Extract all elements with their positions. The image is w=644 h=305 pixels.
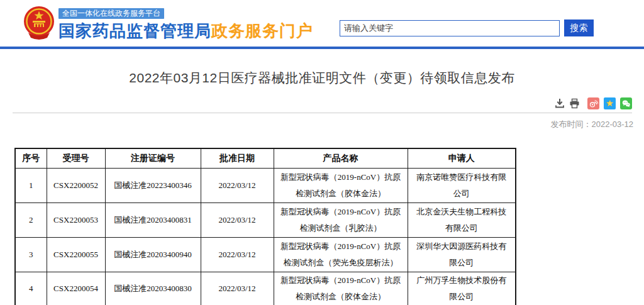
- publish-time: 发布时间：2022-03-12: [0, 119, 633, 130]
- cell-acceptance-no: CSX2200054: [47, 272, 105, 305]
- cell-approval-date: 2022/03/12: [201, 202, 274, 237]
- cell-approval-date: 2022/03/12: [201, 237, 274, 272]
- share-toolbar: ★: [13, 97, 632, 109]
- page-title: 2022年03月12日医疗器械批准证明文件（变更）待领取信息发布: [0, 69, 644, 87]
- brand-block: 全国一体化在线政务服务平台 国家药品监督管理局政务服务门户: [58, 7, 313, 41]
- cell-approval-date: 2022/03/12: [201, 168, 274, 202]
- col-header-acceptance-no: 受理号: [47, 148, 105, 168]
- search-input[interactable]: [340, 20, 560, 36]
- download-icon[interactable]: [554, 98, 565, 109]
- col-header-index: 序号: [15, 148, 47, 168]
- cell-acceptance-no: CSX2200053: [47, 202, 105, 237]
- platform-badge: 全国一体化在线政务服务平台: [58, 8, 164, 19]
- national-emblem-logo: [22, 5, 56, 43]
- wechat-share-icon[interactable]: [620, 97, 632, 109]
- star-icon: ★: [606, 99, 614, 108]
- cell-index: 4: [15, 272, 47, 305]
- table-header-row: 序号 受理号 注册证编号 批准日期 产品名称 申请人: [15, 148, 516, 168]
- search-area: 搜索: [340, 19, 594, 36]
- site-title: 国家药品监督管理局政务服务门户: [58, 21, 313, 41]
- col-header-applicant: 申请人: [408, 148, 516, 168]
- cell-product-name: 新型冠状病毒（2019-nCoV）抗原检测试剂盒（胶体金法）: [274, 272, 408, 305]
- publish-time-label: 发布时间：: [551, 119, 592, 129]
- cell-index: 2: [15, 202, 47, 237]
- table-row: 3 CSX2200055 国械注准20203400940 2022/03/12 …: [15, 237, 516, 272]
- col-header-product-name: 产品名称: [274, 148, 408, 168]
- publish-time-value: 2022-03-12: [592, 119, 634, 129]
- site-suffix: 政务服务门户: [211, 21, 313, 40]
- col-header-approval-date: 批准日期: [201, 148, 274, 168]
- print-icon[interactable]: [569, 98, 580, 109]
- cell-acceptance-no: CSX2200055: [47, 237, 105, 272]
- site-header: 全国一体化在线政务服务平台 国家药品监督管理局政务服务门户 搜索: [0, 0, 644, 49]
- approvals-table: 序号 受理号 注册证编号 批准日期 产品名称 申请人 1 CSX2200052 …: [14, 148, 516, 305]
- site-name: 国家药品监督管理局: [58, 21, 211, 40]
- divider: [13, 113, 632, 113]
- cell-registration-no: 国械注准20203400831: [105, 202, 201, 237]
- col-header-registration-no: 注册证编号: [105, 148, 201, 168]
- cell-acceptance-no: CSX2200052: [47, 168, 105, 202]
- cell-product-name: 新型冠状病毒（2019-nCoV）抗原检测试剂盒（乳胶法）: [274, 202, 408, 237]
- cell-index: 3: [15, 237, 47, 272]
- cell-registration-no: 国械注准20203400940: [105, 237, 201, 272]
- cell-registration-no: 国械注准20203400830: [105, 272, 201, 305]
- search-button[interactable]: 搜索: [564, 19, 594, 36]
- cell-registration-no: 国械注准20223400346: [105, 168, 201, 202]
- qzone-share-icon[interactable]: ★: [604, 97, 616, 109]
- cell-index: 1: [15, 168, 47, 202]
- cell-applicant: 广州万孚生物技术股份有限公司: [408, 272, 516, 305]
- cell-applicant: 深圳华大因源医药科技有限公司: [408, 237, 516, 272]
- weibo-share-icon[interactable]: [587, 97, 599, 109]
- cell-applicant: 北京金沃夫生物工程科技有限公司: [408, 202, 516, 237]
- cell-product-name: 新型冠状病毒（2019-nCoV）抗原检测试剂盒（荧光免疫层析法）: [274, 237, 408, 272]
- table-row: 2 CSX2200053 国械注准20203400831 2022/03/12 …: [15, 202, 516, 237]
- table-row: 1 CSX2200052 国械注准20223400346 2022/03/12 …: [15, 168, 516, 202]
- cell-approval-date: 2022/03/12: [201, 272, 274, 305]
- table-row: 4 CSX2200054 国械注准20203400830 2022/03/12 …: [15, 272, 516, 305]
- cell-applicant: 南京诺唯赞医疗科技有限公司: [408, 168, 516, 202]
- cell-product-name: 新型冠状病毒（2019-nCoV）抗原检测试剂盒（胶体金法）: [274, 168, 408, 202]
